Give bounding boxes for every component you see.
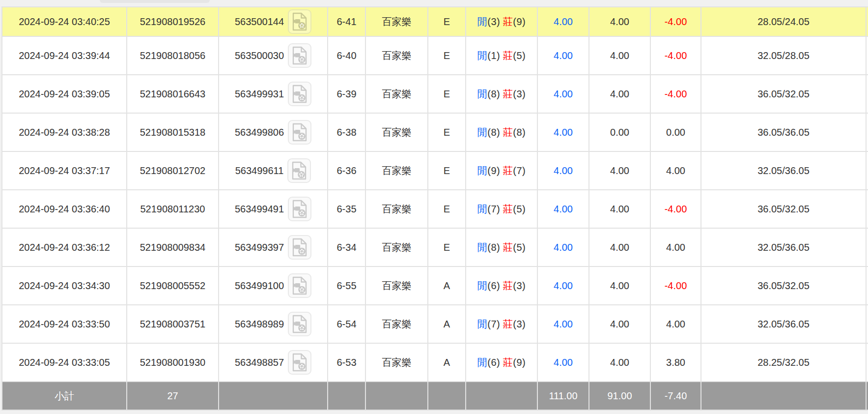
balance-cell: 36.05/32.05	[701, 75, 866, 113]
table-code-cell: E	[428, 151, 466, 190]
video-replay-button[interactable]	[288, 235, 311, 260]
round-id: 563499806	[235, 127, 284, 138]
round-id: 563500030	[235, 50, 284, 61]
banker-score: (5)	[513, 204, 526, 214]
video-replay-button[interactable]	[288, 82, 311, 106]
shoe-round-cell: 6-35	[328, 190, 365, 228]
cropped-control-edge	[100, 0, 210, 3]
summary-empty-cell	[866, 382, 868, 410]
video-replay-button[interactable]	[288, 120, 311, 145]
video-replay-button[interactable]	[287, 158, 311, 183]
player-label: 閒	[477, 165, 488, 176]
table-code-cell: E	[428, 190, 466, 228]
game-name-cell: 百家樂	[365, 151, 428, 190]
bet-id-cell: 521908011230	[127, 190, 219, 228]
video-file-icon	[291, 238, 308, 257]
result-cell: 閒(3) 莊(9)	[466, 7, 537, 36]
banker-label: 莊	[503, 242, 513, 253]
valid-amount-cell: 4.00	[589, 7, 650, 36]
bet-id-cell: 521908001930	[127, 343, 219, 382]
table-row[interactable]: 2024-09-24 03:33:05 521908001930 5634988…	[2, 343, 868, 382]
video-replay-button[interactable]	[288, 197, 311, 221]
table-row[interactable]: 2024-09-24 03:36:40 521908011230 5634994…	[2, 190, 868, 228]
game-name-cell: 百家樂	[365, 228, 428, 266]
bet-amount-cell: 4.00	[537, 36, 589, 75]
banker-label: 莊	[503, 280, 513, 291]
summary-empty-cell	[466, 382, 537, 410]
game-name-cell: 百家樂	[365, 305, 428, 343]
table-row[interactable]: 2024-09-24 03:37:17 521908012702 5634996…	[2, 151, 868, 190]
bet-id-cell: 521908003751	[127, 305, 219, 343]
table-row[interactable]: 2024-09-24 03:39:44 521908018056 5635000…	[2, 36, 868, 75]
shoe-round-cell: 6-34	[328, 228, 365, 266]
video-replay-button[interactable]	[288, 312, 311, 336]
table-code-cell: A	[428, 266, 466, 305]
round-id: 563498989	[235, 319, 284, 329]
winloss-cell: -4.00	[650, 36, 701, 75]
empty-edge-cell	[866, 343, 868, 382]
table-row[interactable]: 2024-09-24 03:38:28 521908015318 5634998…	[2, 113, 868, 151]
summary-empty-cell	[219, 382, 328, 410]
bet-time-cell: 2024-09-24 03:38:28	[2, 113, 127, 151]
video-replay-button[interactable]	[288, 43, 311, 68]
bet-time-cell: 2024-09-24 03:40:25	[2, 7, 127, 36]
banker-label: 莊	[503, 319, 513, 329]
summary-valid-total: 91.00	[589, 382, 650, 410]
result-cell: 閒(7) 莊(5)	[466, 190, 537, 228]
balance-cell: 32.05/28.05	[701, 36, 866, 75]
bet-id-cell: 521908015318	[127, 113, 219, 151]
banker-score: (3)	[513, 280, 526, 291]
round-id-cell: 563499806	[219, 113, 328, 151]
banker-score: (8)	[513, 127, 526, 138]
empty-edge-cell	[866, 75, 868, 113]
banker-score: (7)	[513, 165, 526, 176]
video-file-icon	[291, 161, 308, 180]
player-label: 閒	[477, 242, 488, 253]
player-label: 閒	[477, 127, 488, 138]
table-row[interactable]: 2024-09-24 03:40:25 521908019526 5635001…	[2, 7, 868, 36]
player-score: (3)	[487, 16, 500, 27]
winloss-cell: 4.00	[650, 151, 701, 190]
bet-id-cell: 521908009834	[127, 228, 219, 266]
bet-amount-cell: 4.00	[537, 7, 589, 36]
bet-id-cell: 521908019526	[127, 7, 219, 36]
table-code-cell: E	[428, 228, 466, 266]
empty-edge-cell	[866, 228, 868, 266]
balance-cell: 32.05/36.05	[701, 151, 866, 190]
game-name-cell: 百家樂	[365, 190, 428, 228]
round-id-cell: 563498989	[219, 305, 328, 343]
shoe-round-cell: 6-39	[328, 75, 365, 113]
table-row[interactable]: 2024-09-24 03:36:12 521908009834 5634993…	[2, 228, 868, 266]
video-replay-button[interactable]	[288, 9, 311, 34]
bet-amount-cell: 4.00	[537, 190, 589, 228]
summary-winloss-total: -7.40	[650, 382, 701, 410]
empty-edge-cell	[866, 266, 868, 305]
summary-empty-cell	[701, 382, 866, 410]
round-id: 563500144	[235, 16, 284, 27]
table-row[interactable]: 2024-09-24 03:34:30 521908005552 5634991…	[2, 266, 868, 305]
player-label: 閒	[477, 50, 488, 61]
valid-amount-cell: 4.00	[589, 266, 650, 305]
player-score: (1)	[487, 50, 500, 61]
player-score: (6)	[487, 280, 500, 291]
bet-time-cell: 2024-09-24 03:36:40	[2, 190, 127, 228]
shoe-round-cell: 6-55	[328, 266, 365, 305]
table-row[interactable]: 2024-09-24 03:39:05 521908016643 5634999…	[2, 75, 868, 113]
banker-label: 莊	[503, 50, 513, 61]
winloss-cell: 3.80	[650, 343, 701, 382]
winloss-cell: -4.00	[650, 266, 701, 305]
player-score: (9)	[487, 165, 500, 176]
video-replay-button[interactable]	[288, 273, 311, 298]
banker-label: 莊	[503, 357, 513, 368]
bet-amount-cell: 4.00	[537, 151, 589, 190]
table-row[interactable]: 2024-09-24 03:33:50 521908003751 5634989…	[2, 305, 868, 343]
bet-amount-cell: 4.00	[537, 113, 589, 151]
round-id-cell: 563500144	[219, 7, 328, 36]
banker-score: (3)	[513, 319, 526, 329]
empty-edge-cell	[866, 190, 868, 228]
bet-id-cell: 521908016643	[127, 75, 219, 113]
video-file-icon	[291, 12, 308, 31]
bet-amount-cell: 4.00	[537, 266, 589, 305]
banker-label: 莊	[503, 127, 513, 138]
video-replay-button[interactable]	[288, 350, 311, 375]
